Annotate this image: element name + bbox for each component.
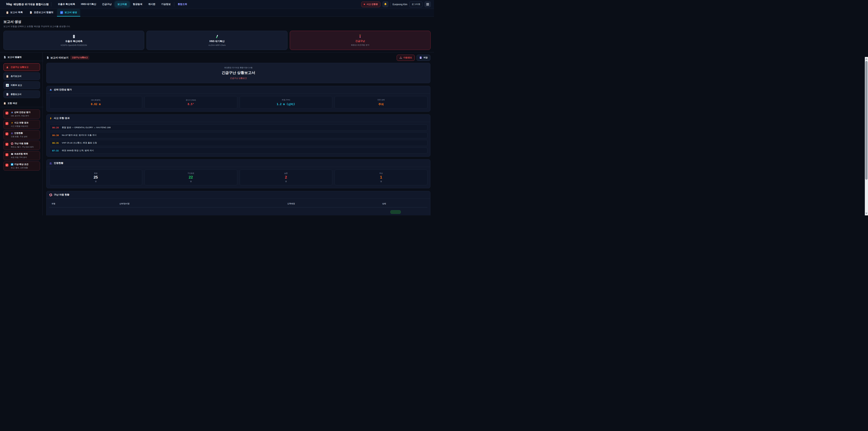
type-card-subtitle: 복원성·좌초위험 분석 xyxy=(351,44,369,47)
timeline-event: 06:30 No.1P 탱크 파공, 벙커C유 유출 개시 xyxy=(49,132,428,138)
timeline-time: 06:30 xyxy=(52,134,59,136)
clipboard-icon xyxy=(6,75,9,78)
template-item-command-report[interactable]: 지휘부 보고 xyxy=(3,81,40,89)
metric-heel: 경사각 (Heel) 8.5° xyxy=(145,96,237,109)
timeline-text: No.1P 탱크 파공, 벙커C유 유출 개시 xyxy=(62,134,96,137)
section-toggle-weather-sea[interactable]: ✓ 기상·해상 조건 파고, 풍속, 조류 현황 xyxy=(3,161,40,171)
section-accident-timeline: 사고 유형·경과 06:28 충돌 발생 — ORIENTAL GLORY ↔ … xyxy=(46,114,430,157)
timeline-text: 해경 3009함 현장 도착, 방제 개시 xyxy=(62,149,94,152)
section-toggle-rescue-resources[interactable]: ✓ 구난 자원 현황 예인선, 헬기, 구난 장비 배치 xyxy=(3,141,40,150)
nav-item-oil-spill[interactable]: 유출유 확산예측 xyxy=(55,1,78,7)
timeline-time: 07:15 xyxy=(52,149,59,152)
section-title: 구난 자원 현황 xyxy=(54,193,69,196)
type-card-oil-spill[interactable]: 유출유 확산예측 KOSPS·OpenDrift·POSEIDON xyxy=(3,31,144,50)
metric-trim: 트림 (Trim) 1.2 m (선미) xyxy=(240,96,333,109)
save-button[interactable]: 저장 xyxy=(416,55,430,61)
nav-item-reports[interactable]: 보고자료 xyxy=(115,1,129,7)
bar-chart-icon xyxy=(6,84,9,87)
menu-button[interactable] xyxy=(425,1,431,7)
checkbox-checked[interactable]: ✓ xyxy=(5,112,8,115)
type-card-rescue[interactable]: 긴급구난 복원성·좌초위험 분석 xyxy=(290,31,431,50)
metric-value: 0.82 m xyxy=(91,102,101,106)
user-name: Eunjeong Kim xyxy=(393,3,407,6)
incident-status-label: 사고 진행중 xyxy=(366,3,378,6)
tab-report-list[interactable]: 보고서 목록 xyxy=(3,9,26,17)
stat-label: 실종 xyxy=(284,172,287,175)
stat-label: 부상 xyxy=(379,172,383,175)
section-title: 선박 안전성 평가 xyxy=(54,88,72,91)
tab-standard-templates[interactable]: 표준보고서 템플릿 xyxy=(26,9,57,17)
resources-table-row xyxy=(49,208,428,215)
type-card-hns[interactable]: HNS 대기확산 ALOHA·WRF-Chem xyxy=(147,31,287,50)
section-rescue-resources: 구난 자원 현황 유형 선박/장비명 도착예정 상태 xyxy=(46,191,430,215)
nav-item-rescue[interactable]: 긴급구난 xyxy=(100,1,114,7)
checkbox-checked[interactable]: ✓ xyxy=(5,143,8,146)
summary-report-icon xyxy=(6,93,9,96)
lifebuoy-icon xyxy=(11,143,13,145)
timeline-rows: 06:28 충돌 발생 — ORIENTAL GLORY ↔ HAI FENG … xyxy=(49,125,428,154)
checkbox-checked[interactable]: ✓ xyxy=(5,164,8,166)
flare-icon xyxy=(358,34,362,38)
stat-unit: 명 xyxy=(380,180,382,183)
app-logo: Wing 해양환경 위기대응 통합시스템 xyxy=(3,2,49,6)
ship-icon xyxy=(11,111,13,114)
nav-item-integrated-search[interactable]: 통합조회 xyxy=(175,1,190,7)
preview-title: 보고서 미리보기 xyxy=(46,56,68,59)
section-title: 인명현황 xyxy=(54,162,63,165)
bolt-icon xyxy=(11,122,13,124)
tab-label: 표준보고서 템플릿 xyxy=(34,11,53,14)
metric-value: 8.5° xyxy=(188,102,194,106)
timeline-event: 07:15 해경 3009함 현장 도착, 방제 개시 xyxy=(49,148,428,154)
generate-icon xyxy=(60,11,63,14)
section-toggle-desc: 좌초 위험 구역 분석 xyxy=(11,156,38,159)
logout-button[interactable]: 로그아웃 xyxy=(409,2,423,7)
section-toggle-ship-safety[interactable]: ✓ 선박 안전성 평가 GM, 경사각, 트림 분석 xyxy=(3,110,40,119)
template-item-initial-report[interactable]: 초기보고서 xyxy=(3,72,40,80)
section-toggle-title: 사고 유형·경과 xyxy=(14,121,29,124)
divider xyxy=(0,61,43,61)
stat-value: 22 xyxy=(189,175,193,180)
template-item-emergency-report[interactable]: 긴급구난 상황보고 xyxy=(3,63,40,71)
timeline-time: 06:35 xyxy=(52,142,59,144)
sidebar: 보고서 템플릿 긴급구난 상황보고 초기보고서 지휘부 보고 xyxy=(0,53,43,215)
nav-item-aerial-search[interactable]: 항공탐색 xyxy=(130,1,145,7)
checkbox-checked[interactable]: ✓ xyxy=(5,153,8,156)
people-icon xyxy=(11,132,13,134)
tab-report-generate[interactable]: 보고서 생성 xyxy=(57,9,80,17)
section-toggle-title: 인명현황 xyxy=(14,132,23,135)
type-card-title: 유출유 확산예측 xyxy=(65,40,82,43)
checkbox-checked[interactable]: ✓ xyxy=(5,132,8,135)
download-button[interactable]: 다운로드 xyxy=(397,55,415,61)
stat-rescued: 구조완료 22 명 xyxy=(145,170,237,185)
template-item-comprehensive-report[interactable]: 종합보고서 xyxy=(3,90,40,98)
notifications-button[interactable] xyxy=(382,1,388,7)
page-title: 보고서 생성 xyxy=(3,20,431,24)
status-dot-icon xyxy=(364,4,365,5)
stat-value: 2 xyxy=(285,175,287,180)
timeline-text: VHF Ch.16 조난통신, 해경 출동 요청 xyxy=(62,142,97,145)
nav-item-hns[interactable]: HNS·대기확산 xyxy=(79,1,99,7)
section-toggle-grounding-risk[interactable]: ✓ 좌초위험 해역 좌초 위험 구역 분석 xyxy=(3,151,40,160)
nav-item-weather[interactable]: 기상정보 xyxy=(159,1,173,7)
oil-drum-icon xyxy=(72,35,76,39)
topbar: Wing 해양환경 위기대응 통합시스템 유출유 확산예측 HNS·대기확산 긴… xyxy=(0,0,434,9)
column-vessel-name: 선박/장비명 xyxy=(119,203,287,205)
stat-value: 25 xyxy=(94,175,98,180)
report-org: 해양환경 위기대응 통합지원시스템 xyxy=(224,66,252,69)
divider xyxy=(0,107,43,107)
nav-item-board[interactable]: 게시판 xyxy=(146,1,158,7)
resources-table-header: 유형 선박/장비명 도착예정 상태 xyxy=(49,201,428,208)
timeline-time: 06:28 xyxy=(52,126,59,129)
checkbox-checked[interactable]: ✓ xyxy=(5,122,8,125)
report-subtitle: 긴급구난 상황보고 xyxy=(230,77,247,80)
bell-icon xyxy=(384,3,387,6)
section-toggle-accident-timeline[interactable]: ✓ 사고 유형·경과 사고 유형별 타임라인 xyxy=(3,120,40,129)
section-toggle-title: 기상·해상 조건 xyxy=(14,163,29,166)
download-icon xyxy=(399,56,402,59)
ship-icon xyxy=(49,88,52,91)
report-tabbar: 보고서 목록 표준보고서 템플릿 보고서 생성 xyxy=(0,9,434,17)
stat-unit: 명 xyxy=(95,180,97,183)
stat-total: 총원 25 명 xyxy=(49,170,142,185)
document-icon xyxy=(46,56,49,59)
section-toggle-casualties[interactable]: ✓ 인명현황 인원 현황, 구조 상태 xyxy=(3,130,40,140)
